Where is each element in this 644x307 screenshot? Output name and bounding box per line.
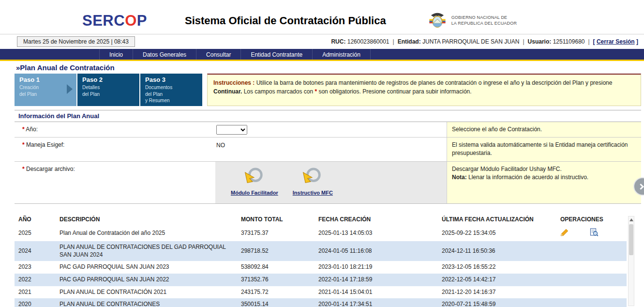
cell-fecha-creacion: 2024-01-05 11:16:08 bbox=[315, 241, 438, 261]
cell-description: PLAN ANUAL DE CONTRATACIÓN 2021 bbox=[56, 286, 237, 299]
cell-year: 2025 bbox=[15, 226, 56, 242]
field-row-ano: * Año: Seleccione el año de Contratación… bbox=[15, 122, 641, 138]
cell-fecha-actualizacion: 2022-12-05 14:42:17 bbox=[438, 274, 556, 286]
descargar-hint-line1: Descargar Módulo Facilitador Ushay MFC. bbox=[452, 165, 636, 173]
step-2-sub: Detalles del Plan bbox=[82, 84, 135, 97]
table-row: 2020 PLAN ANUAL DE CONTRATACIONES 350015… bbox=[15, 298, 627, 307]
step-1-line1: Creación bbox=[19, 84, 73, 91]
logout-bracket-open: [ bbox=[593, 38, 595, 45]
cell-fecha-creacion: 2023-01-10 18:21:19 bbox=[315, 261, 438, 274]
step-2-detalles[interactable]: Paso 2 Detalles del Plan bbox=[77, 74, 139, 106]
cell-fecha-creacion: 2021-01-14 15:04:01 bbox=[315, 286, 438, 299]
nav-item-datos-generales[interactable]: Datos Generales bbox=[133, 49, 196, 60]
modulo-facilitador-download[interactable]: Módulo Facilitador bbox=[231, 167, 278, 200]
field-row-descargar: * Descargar archivo: Módulo Facilitador bbox=[15, 162, 641, 203]
ruc-label: RUC: bbox=[331, 38, 345, 45]
cell-monto: 350015.14 bbox=[237, 298, 315, 307]
step-1-line2: del Plan bbox=[19, 91, 73, 98]
plans-table: AÑO DESCRIPCIÓN MONTO TOTAL FECHA CREACI… bbox=[15, 213, 627, 307]
header-operaciones: OPERACIONES bbox=[556, 213, 627, 226]
table-row: 2021 PLAN ANUAL DE CONTRATACIÓN 2021 243… bbox=[15, 286, 627, 299]
instructivo-mfc-link[interactable]: Instructivo MFC bbox=[293, 190, 333, 196]
usuario-group: Usuario: 1251109680 bbox=[528, 38, 585, 45]
cell-year: 2022 bbox=[15, 274, 56, 286]
cell-monto: 373175.37 bbox=[237, 226, 315, 242]
nav-item-inicio[interactable]: Inicio bbox=[99, 49, 133, 60]
instructions-continuar: Continuar. bbox=[213, 88, 242, 95]
government-label: GOBIERNO NACIONAL DE LA REPUBLICA DEL EC… bbox=[451, 15, 517, 26]
step-3-sub: Documentos del Plan y Resumen bbox=[145, 84, 198, 104]
preview-icon[interactable] bbox=[590, 228, 599, 239]
header-ano: AÑO bbox=[15, 213, 56, 226]
step-1-creacion[interactable]: Paso 1 Creación del Plan bbox=[15, 74, 76, 106]
table-row: 2025 Plan Anual de Contratación del año … bbox=[15, 226, 627, 242]
table-scrollbar[interactable] bbox=[628, 216, 634, 306]
step-arrow-icon bbox=[67, 84, 73, 94]
step-3-line2: del Plan bbox=[145, 91, 198, 98]
separator: | bbox=[393, 38, 394, 45]
scroll-up-icon[interactable] bbox=[629, 216, 634, 223]
table-row: 2024 PLAN ANUAL DE CONTRATACIONES DEL GA… bbox=[15, 241, 627, 261]
header-ultima-fecha: ÚLTIMA FECHA ACTUALIZACIÓN bbox=[438, 213, 556, 226]
ruc-value: 1260023860001 bbox=[347, 38, 389, 45]
nav-item-entidad-contratante[interactable]: Entidad Contratante bbox=[241, 49, 313, 60]
ano-label: Año: bbox=[26, 126, 38, 133]
esigef-hint: El sistema valida automáticamente si la … bbox=[447, 138, 641, 161]
instructivo-mfc-download[interactable]: Instructivo MFC bbox=[293, 167, 333, 200]
cell-monto: 371352.76 bbox=[237, 274, 315, 286]
ano-select[interactable] bbox=[216, 125, 247, 135]
esigef-value: NO bbox=[215, 138, 447, 161]
cell-operations bbox=[556, 274, 627, 286]
cell-operations bbox=[556, 286, 627, 299]
info-bar: Martes 25 de Noviembre de 2025 | 08:43 R… bbox=[0, 34, 644, 49]
sercop-logo-p: P bbox=[137, 12, 147, 29]
logout-bracket-close: ] bbox=[636, 38, 638, 45]
step-2-title: Paso 2 bbox=[82, 76, 135, 83]
step-3-title: Paso 3 bbox=[145, 76, 198, 83]
chevron-right-icon bbox=[638, 184, 644, 190]
step-1-sub: Creación del Plan bbox=[19, 84, 73, 97]
separator: | bbox=[523, 38, 524, 45]
page-app-title: Sistema Oficial de Contratación Pública bbox=[185, 15, 386, 27]
step-2-line1: Detalles bbox=[82, 84, 135, 91]
ano-label-cell: * Año: bbox=[15, 122, 215, 137]
descargar-label: Descargar archivo: bbox=[26, 166, 75, 172]
field-row-esigef: * Maneja Esigef: NO El sistema valida au… bbox=[15, 138, 641, 162]
government-logo: GOBIERNO NACIONAL DE LA REPUBLICA DEL EC… bbox=[427, 10, 517, 32]
cell-description: PLAN ANUAL DE CONTRATACIONES bbox=[56, 298, 237, 307]
header-descripcion: DESCRIPCIÓN bbox=[56, 213, 237, 226]
cell-monto: 243175.72 bbox=[237, 286, 315, 299]
nav-item-consultar[interactable]: Consultar bbox=[196, 49, 241, 60]
descargar-hint-line2: Nota: Llenar la información de acuerdo a… bbox=[452, 173, 636, 182]
nav-item-administracion[interactable]: Administración bbox=[313, 49, 371, 60]
entidad-label: Entidad: bbox=[398, 38, 421, 45]
modulo-facilitador-link[interactable]: Módulo Facilitador bbox=[231, 190, 278, 196]
required-asterisk: * bbox=[22, 141, 25, 148]
instructions-text-3: son obligatorios. Presione continuar par… bbox=[317, 88, 472, 95]
scrollbar-thumb[interactable] bbox=[629, 224, 633, 255]
nota-text: Llenar la información de acuerdo al inst… bbox=[467, 174, 588, 181]
cell-year: 2020 bbox=[15, 298, 56, 307]
cell-fecha-actualizacion: 2020-07-21 15:48:59 bbox=[438, 298, 556, 307]
header-monto-total: MONTO TOTAL bbox=[237, 213, 315, 226]
descargar-label-cell: * Descargar archivo: bbox=[15, 162, 215, 203]
step-3-documentos[interactable]: Paso 3 Documentos del Plan y Resumen bbox=[140, 74, 202, 106]
click-cursor-icon bbox=[301, 167, 324, 188]
cell-operations bbox=[556, 298, 627, 307]
edit-pencil-icon[interactable] bbox=[560, 229, 569, 239]
instructions-text-2: Los campos marcados con bbox=[242, 88, 315, 95]
usuario-value: 1251109680 bbox=[553, 38, 585, 45]
descargar-hint: Descargar Módulo Facilitador Ushay MFC. … bbox=[447, 162, 641, 203]
page-title: »Plan Anual de Contratación bbox=[16, 63, 644, 72]
ecuador-coat-of-arms-icon bbox=[427, 10, 448, 32]
click-cursor-icon bbox=[243, 167, 266, 188]
sercop-logo-text: SERC bbox=[82, 12, 125, 29]
entidad-group: Entidad: JUNTA PARROQUIAL DE SAN JUAN bbox=[398, 38, 520, 45]
plan-form: * Año: Seleccione el año de Contratación… bbox=[15, 122, 641, 204]
plans-table-region: AÑO DESCRIPCIÓN MONTO TOTAL FECHA CREACI… bbox=[15, 213, 627, 307]
step-3-line1: Documentos bbox=[145, 84, 198, 91]
logout-link[interactable]: Cerrar Sesión bbox=[597, 38, 635, 45]
cell-operations bbox=[556, 261, 627, 274]
ruc-group: RUC: 1260023860001 bbox=[331, 38, 389, 45]
step-1-title: Paso 1 bbox=[19, 76, 73, 83]
